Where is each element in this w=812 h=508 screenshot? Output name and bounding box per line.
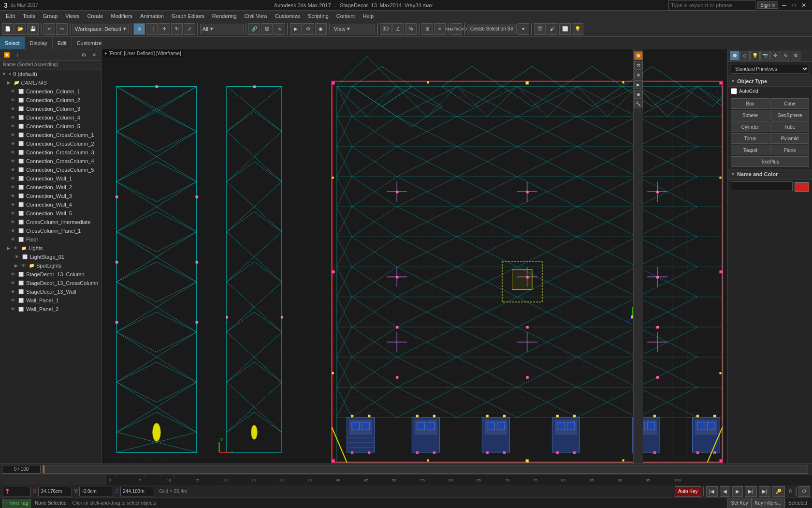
save-button[interactable]: 💾 — [27, 23, 39, 35]
eye-icon[interactable]: 👁 — [11, 98, 16, 103]
list-item[interactable]: 👁 ⬜ Connection_Wall_1 — [0, 174, 101, 183]
maxtoc4d-btn[interactable]: MaxToC4D — [450, 23, 462, 35]
eye-icon[interactable]: 👁 — [11, 194, 16, 198]
eye-icon[interactable]: 👁 — [11, 185, 16, 190]
tab-select[interactable]: Select — [0, 37, 25, 49]
obj-paint-btn[interactable]: 🖌 — [547, 23, 558, 35]
snap-percent-btn[interactable]: % — [405, 23, 417, 35]
teapot-button[interactable]: Teapot — [731, 145, 769, 155]
list-item[interactable]: ▶ 👁 📁 SpotLights — [0, 261, 101, 270]
move-btn[interactable]: ✛ — [159, 23, 170, 35]
menu-item-rendering[interactable]: Rendering — [208, 12, 241, 20]
list-item[interactable]: 👁 ⬜ CrossColumn_intermediate — [0, 218, 101, 226]
primitive-type-dropdown[interactable]: Standard Primitives — [731, 64, 809, 74]
eye-icon[interactable]: 👁 — [11, 89, 16, 94]
menu-item-animation[interactable]: Animation — [136, 12, 168, 20]
key-mode-btn[interactable]: 🔑 — [772, 486, 785, 497]
eye-icon[interactable]: 👁 — [11, 289, 16, 294]
maximize-button[interactable]: □ — [790, 2, 798, 9]
eye-icon[interactable]: 👁 — [21, 263, 27, 268]
create-mode-icon[interactable]: ⬟ — [634, 51, 643, 60]
menu-item-graph-editors[interactable]: Graph Editors — [168, 12, 208, 20]
list-item[interactable]: 👁 ⬜ StageDecor_13_Column — [0, 270, 101, 279]
tube-button[interactable]: Tube — [770, 121, 809, 132]
link-btn[interactable]: 🔗 — [248, 23, 260, 35]
coord-z-input[interactable] — [120, 487, 154, 496]
go-end-btn[interactable]: ▶| — [759, 486, 771, 497]
display-icon[interactable]: ◉ — [634, 90, 643, 99]
menu-item-customize[interactable]: Customize — [271, 12, 304, 20]
modify-icon[interactable]: ⚒ — [634, 61, 643, 70]
list-item[interactable]: 👁 ⬜ Connection_CrossColumn_2 — [0, 139, 101, 148]
eye-icon[interactable]: 👁 — [14, 246, 19, 251]
auto-key-btn[interactable]: Auto Key — [675, 486, 701, 497]
list-item[interactable]: 👁 ⬜ StageDecor_13_CrossColumn — [0, 279, 101, 287]
coord-y-input[interactable] — [79, 487, 113, 496]
menu-item-tools[interactable]: Tools — [19, 12, 39, 20]
rp-shape-icon[interactable]: ◇ — [740, 51, 750, 60]
rp-system-icon[interactable]: ⚙ — [791, 51, 800, 60]
next-frame-btn[interactable]: ▶| — [745, 486, 757, 497]
eye-icon[interactable]: 👁 — [11, 106, 16, 111]
rotate-btn[interactable]: ↻ — [171, 23, 183, 35]
se-settings-icon[interactable]: ⚙ — [79, 50, 88, 60]
eye-icon[interactable]: 👁 — [11, 298, 16, 303]
sphere-button[interactable]: Sphere — [731, 110, 769, 120]
ribbon-btn[interactable]: ⬜ — [559, 23, 571, 35]
scene-list[interactable]: ▼ ≡ 0 (default) ▶ 📁 CAMERAS 👁 ⬜ Connecti… — [0, 70, 101, 484]
scene-states-btn[interactable]: 🎬 — [534, 23, 546, 35]
rp-helper-icon[interactable]: ✛ — [770, 51, 780, 60]
layer-btn[interactable]: ≡ — [434, 23, 446, 35]
list-item[interactable]: 👁 ⬜ Connection_Column_1 — [0, 87, 101, 96]
eye-icon[interactable]: 👁 — [11, 228, 16, 233]
cone-button[interactable]: Cone — [770, 98, 809, 109]
sign-in-button[interactable]: Sign In — [757, 1, 778, 9]
list-item[interactable]: ▶ 👁 📁 Lights — [0, 244, 101, 253]
menu-item-edit[interactable]: Edit — [2, 12, 19, 20]
hierarchy-icon[interactable]: ⊕ — [634, 71, 643, 79]
eye-icon[interactable]: 👁 — [11, 124, 16, 129]
menu-item-create[interactable]: Create — [83, 12, 107, 20]
render-btn[interactable]: ▶ — [290, 23, 302, 35]
list-item[interactable]: ▶ 📁 CAMERAS — [0, 78, 101, 87]
filter-dropdown[interactable]: All ▾ — [200, 24, 244, 34]
rp-geometry-icon[interactable]: ⬟ — [730, 51, 740, 60]
time-config-btn[interactable]: ⏱ — [798, 486, 810, 497]
tab-edit[interactable]: Edit — [53, 37, 72, 49]
add-time-tag-btn[interactable]: + Time Tag — [2, 499, 31, 508]
geosphere-button[interactable]: GeoSphere — [770, 110, 809, 120]
se-close-icon[interactable]: ✕ — [89, 50, 99, 60]
list-item[interactable]: 👁 ⬜ Connection_CrossColumn_5 — [0, 165, 101, 174]
view-dropdown[interactable]: View ▾ — [332, 24, 375, 34]
eye-icon[interactable]: 👁 — [11, 281, 16, 285]
set-key-btn[interactable]: Set Key — [727, 498, 751, 508]
play-btn[interactable]: ▶ — [732, 486, 743, 497]
list-item[interactable]: 👁 ⬜ Connection_Column_2 — [0, 96, 101, 105]
autogrid-checkbox[interactable] — [731, 88, 737, 94]
eye-icon[interactable]: 👁 — [11, 150, 16, 155]
object-type-header[interactable]: ▼ Object Type — [728, 76, 812, 87]
list-item[interactable]: 👁 ⬜ Connection_Wall_5 — [0, 209, 101, 218]
create-selection-btn[interactable]: Create Selection Se — [467, 24, 517, 34]
open-button[interactable]: 📂 — [14, 23, 26, 35]
color-swatch[interactable] — [795, 182, 809, 192]
list-item[interactable]: 👁 ⬜ LightStage_01 — [0, 253, 101, 261]
create-sel-dropdown[interactable]: ▾ — [518, 23, 529, 35]
close-button[interactable]: ✕ — [799, 2, 808, 9]
list-item[interactable]: 👁 ⬜ StageDecor_13_Wall — [0, 287, 101, 296]
coord-x-input[interactable] — [38, 487, 72, 496]
key-filters-btn[interactable]: Key Filters... — [752, 498, 785, 508]
select-object-btn[interactable]: ⊕ — [133, 23, 145, 35]
tab-display[interactable]: Display — [25, 37, 53, 49]
snap-angle-btn[interactable]: ∠ — [392, 23, 404, 35]
light-btn[interactable]: 💡 — [572, 23, 583, 35]
new-button[interactable]: 📄 — [2, 23, 14, 35]
list-item[interactable]: 👁 ⬜ Connection_CrossColumn_1 — [0, 131, 101, 139]
name-color-header[interactable]: ▼ Name and Color — [728, 169, 812, 179]
eye-icon[interactable]: 👁 — [14, 254, 20, 259]
rp-light-icon[interactable]: 💡 — [750, 51, 760, 60]
list-item[interactable]: 👁 ⬜ Connection_CrossColumn_4 — [0, 157, 101, 165]
eye-icon[interactable]: 👁 — [11, 211, 16, 216]
tab-customize[interactable]: Customize — [72, 37, 107, 49]
utilities-icon[interactable]: 🔧 — [634, 100, 643, 108]
